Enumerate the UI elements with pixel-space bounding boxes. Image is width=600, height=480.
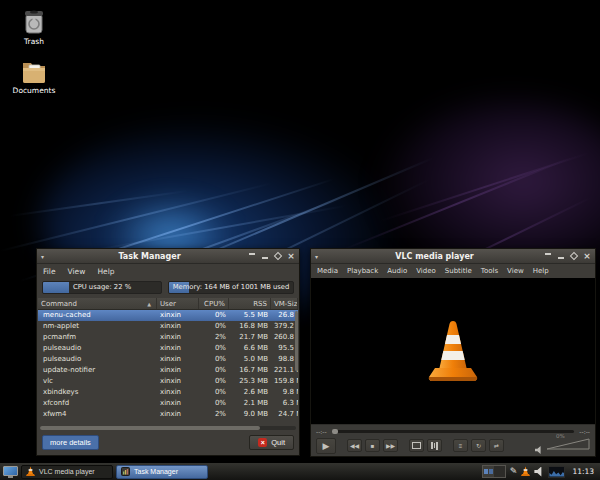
table-row[interactable]: pulseaudio xinxin 0% 5.0 MB 98.8 MB bbox=[38, 354, 298, 365]
volume-control[interactable]: 0% bbox=[535, 435, 590, 456]
task-manager-menubar: File View Help bbox=[37, 264, 299, 278]
playlist-button[interactable]: ≡ bbox=[453, 439, 468, 452]
equalizer-icon bbox=[431, 442, 438, 450]
scrollbar-handle[interactable] bbox=[40, 426, 260, 430]
pencil-tray-icon[interactable]: ✎ bbox=[510, 466, 518, 477]
more-details-button[interactable]: more details bbox=[42, 435, 99, 450]
table-row[interactable]: pcmanfm xinxin 2% 21.7 MB 260.8 MB bbox=[38, 332, 298, 343]
play-button[interactable]: ▶ bbox=[316, 438, 336, 454]
menu-view[interactable]: View bbox=[507, 267, 524, 275]
taskbar: VLC media player Task Manager ✎ bbox=[0, 462, 600, 480]
vlc-video-area[interactable] bbox=[311, 278, 595, 424]
menu-help[interactable]: Help bbox=[533, 267, 549, 275]
workspace-pager[interactable] bbox=[482, 465, 506, 478]
time-total: --:-- bbox=[579, 428, 590, 435]
workspace-2[interactable] bbox=[494, 466, 505, 477]
close-button[interactable]: × bbox=[287, 252, 295, 260]
documents-folder-icon bbox=[20, 58, 48, 84]
stop-button[interactable]: ■ bbox=[365, 439, 380, 452]
desktop-screen: Trash Documents ▾ Task Manager × File Vi… bbox=[0, 0, 600, 480]
memory-usage-label: Memory: 164 MB of 1001 MB used bbox=[169, 282, 293, 293]
vertical-scrollbar[interactable] bbox=[295, 311, 298, 371]
window-menu-icon[interactable]: ▾ bbox=[315, 249, 325, 264]
next-button[interactable]: ▶▶ bbox=[383, 439, 398, 452]
vlc-cone-logo bbox=[425, 318, 481, 384]
table-row[interactable]: pulseaudio xinxin 0% 6.6 MB 95.5 MB bbox=[38, 343, 298, 354]
speaker-icon bbox=[535, 446, 543, 454]
task-manager-taskbar-icon bbox=[121, 467, 130, 476]
maximize-button[interactable] bbox=[274, 252, 282, 260]
desktop-icon-trash[interactable]: Trash bbox=[2, 8, 66, 46]
volume-percent-label: 0% bbox=[556, 433, 565, 439]
shade-button[interactable] bbox=[544, 252, 552, 260]
loop-button[interactable]: ↻ bbox=[471, 439, 486, 452]
trash-icon bbox=[21, 8, 47, 35]
column-vmsize[interactable]: VM-Size bbox=[271, 298, 298, 309]
quit-button[interactable]: × Quit bbox=[249, 435, 294, 450]
taskbar-window-task-manager[interactable]: Task Manager bbox=[116, 465, 208, 479]
desktop-icon-label: Documents bbox=[13, 86, 56, 95]
table-row[interactable]: xfconfd xinxin 0% 2.1 MB 6.3 MB bbox=[38, 398, 298, 409]
task-manager-window: ▾ Task Manager × File View Help CPU usag… bbox=[36, 248, 300, 456]
horizontal-scrollbar[interactable] bbox=[40, 426, 296, 430]
table-row[interactable]: update-notifier xinxin 0% 16.7 MB 221.1 … bbox=[38, 365, 298, 376]
close-button[interactable]: × bbox=[583, 252, 591, 260]
window-title: VLC media player bbox=[325, 252, 544, 261]
sort-arrow-icon: ▲ bbox=[147, 298, 151, 309]
menu-audio[interactable]: Audio bbox=[387, 267, 407, 275]
shuffle-button[interactable]: ⇄ bbox=[489, 439, 504, 452]
minimize-button[interactable] bbox=[557, 252, 565, 260]
desktop-icon-documents[interactable]: Documents bbox=[2, 58, 66, 95]
table-row[interactable]: vlc xinxin 0% 25.3 MB 159.8 MB bbox=[38, 376, 298, 387]
column-cpu[interactable]: CPU% bbox=[199, 298, 229, 309]
shade-button[interactable] bbox=[248, 252, 256, 260]
volume-slider[interactable] bbox=[546, 438, 590, 450]
taskbar-window-vlc[interactable]: VLC media player bbox=[21, 465, 113, 479]
fullscreen-icon bbox=[412, 442, 421, 449]
column-command[interactable]: Command▲ bbox=[38, 298, 157, 309]
memory-usage-bar: Memory: 164 MB of 1001 MB used bbox=[168, 281, 294, 294]
menu-help[interactable]: Help bbox=[97, 267, 114, 276]
table-row[interactable]: nm-applet xinxin 0% 16.8 MB 379.2 MB bbox=[38, 321, 298, 332]
menu-tools[interactable]: Tools bbox=[481, 267, 498, 275]
menu-view[interactable]: View bbox=[68, 267, 86, 276]
system-tray: ✎ 11:13 bbox=[482, 465, 597, 478]
seek-handle[interactable] bbox=[332, 429, 338, 434]
menu-media[interactable]: Media bbox=[317, 267, 338, 275]
table-row[interactable]: xfwm4 xinxin 2% 9.0 MB 24.7 MB bbox=[38, 409, 298, 420]
time-elapsed: --:-- bbox=[316, 428, 327, 435]
table-row[interactable]: xbindkeys xinxin 0% 2.6 MB 9.8 MB bbox=[38, 387, 298, 398]
maximize-button[interactable] bbox=[570, 252, 578, 260]
table-row[interactable]: menu-cached xinxin 0% 5.5 MB 26.8 MB bbox=[38, 310, 298, 321]
menu-video[interactable]: Video bbox=[416, 267, 436, 275]
vlc-window: ▾ VLC media player × Media Playback Audi… bbox=[310, 248, 596, 457]
cpu-usage-bar: CPU usage: 22 % bbox=[42, 281, 162, 294]
table-header: Command▲ User CPU% RSS VM-Size bbox=[38, 298, 298, 310]
process-table: Command▲ User CPU% RSS VM-Size menu-cach… bbox=[38, 298, 298, 425]
vlc-titlebar[interactable]: ▾ VLC media player × bbox=[311, 249, 595, 264]
menu-playback[interactable]: Playback bbox=[347, 267, 378, 275]
window-title: Task Manager bbox=[51, 252, 248, 261]
quit-x-icon: × bbox=[258, 438, 267, 447]
column-user[interactable]: User bbox=[157, 298, 199, 309]
extended-settings-button[interactable] bbox=[427, 439, 442, 452]
task-manager-titlebar[interactable]: ▾ Task Manager × bbox=[37, 249, 299, 264]
cpu-usage-label: CPU usage: 22 % bbox=[43, 282, 161, 293]
cpu-monitor-graph[interactable] bbox=[548, 466, 565, 478]
seek-slider[interactable] bbox=[332, 430, 575, 433]
window-menu-icon[interactable]: ▾ bbox=[41, 249, 51, 264]
menu-subtitle[interactable]: Subtitle bbox=[445, 267, 472, 275]
previous-button[interactable]: ◀◀ bbox=[347, 439, 362, 452]
show-desktop-icon[interactable] bbox=[3, 466, 18, 478]
fullscreen-button[interactable] bbox=[409, 439, 424, 452]
vlc-menubar: Media Playback Audio Video Subtitle Tool… bbox=[311, 264, 595, 278]
column-rss[interactable]: RSS bbox=[229, 298, 271, 309]
desktop-icon-label: Trash bbox=[24, 37, 44, 46]
volume-tray-icon[interactable] bbox=[534, 467, 544, 477]
vlc-taskbar-icon bbox=[26, 466, 35, 477]
minimize-button[interactable] bbox=[261, 252, 269, 260]
taskbar-clock: 11:13 bbox=[569, 467, 597, 476]
menu-file[interactable]: File bbox=[43, 267, 56, 276]
vlc-tray-icon[interactable] bbox=[521, 466, 530, 477]
workspace-1[interactable] bbox=[483, 466, 494, 477]
